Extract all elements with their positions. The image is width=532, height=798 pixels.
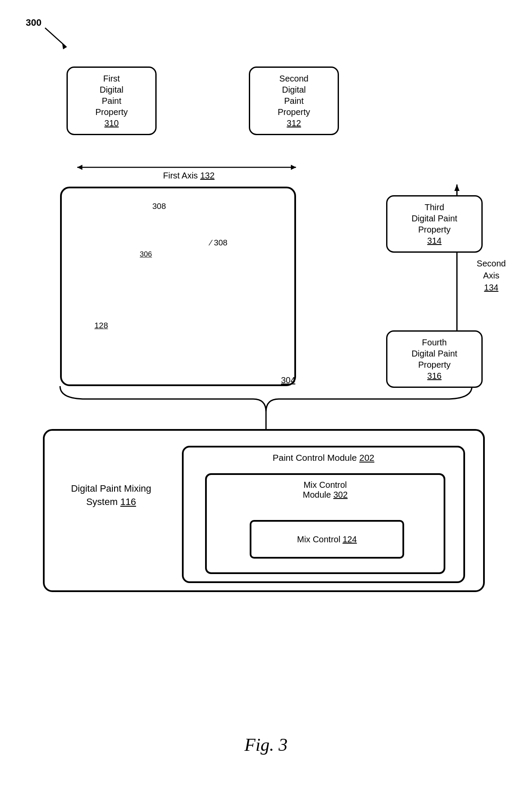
property-box-4-ref: 316 [394,370,475,381]
digital-paint-mixing-ref: 116 [120,496,136,507]
mix-control-ref: 124 [342,535,357,544]
second-axis-label: SecondAxis 134 [463,257,519,293]
svg-line-0 [45,28,66,47]
distance-ref-horizontal: ∕ 308 [210,238,227,248]
paint-control-module-box: Paint Control Module 202 Mix ControlModu… [182,446,465,583]
figure-number: 300 [26,17,42,28]
mix-control-module-ref: 302 [333,490,348,499]
hand-ref: 128 [94,321,108,330]
property-box-3-label: ThirdDigital PaintProperty [394,202,475,235]
property-box-1-label: FirstDigitalPaintProperty [75,73,148,118]
property-box-1-ref: 310 [75,118,148,129]
property-box-2: SecondDigitalPaintProperty 312 [249,66,339,135]
property-box-3-ref: 314 [394,235,475,246]
property-box-2-label: SecondDigitalPaintProperty [257,73,331,118]
mix-control-module-label: Mix ControlModule 302 [207,480,444,500]
main-box-ref: 304 [281,375,295,385]
property-box-4: FourthDigital PaintProperty 316 [386,330,483,388]
property-box-2-ref: 312 [257,118,331,129]
property-box-3: ThirdDigital PaintProperty 314 [386,195,483,253]
paint-control-module-label: Paint Control Module 202 [184,453,463,463]
touch-point-ref: 306 [135,250,157,259]
svg-marker-4 [291,165,296,170]
property-box-1: FirstDigitalPaintProperty 310 [66,66,157,135]
main-touch-box [60,187,296,386]
svg-marker-6 [454,184,459,191]
lower-section-box: Digital Paint MixingSystem 116 Paint Con… [43,429,485,592]
svg-marker-1 [62,44,66,49]
distance-ref-vertical: 308 [152,202,166,211]
diagram-container: 300 FirstDigitalPaintProperty 310 Second… [0,0,532,798]
mix-control-box: Mix Control 124 [250,520,404,559]
digital-paint-mixing-label: Digital Paint MixingSystem 116 [60,482,163,509]
first-axis-label: First Axis 132 [146,169,232,181]
property-box-4-label: FourthDigital PaintProperty [394,337,475,370]
mix-control-module-box: Mix ControlModule 302 Mix Control 124 [205,473,445,574]
svg-marker-3 [77,165,82,170]
figure-caption: Fig. 3 [0,735,532,755]
paint-control-module-ref: 202 [359,453,374,462]
